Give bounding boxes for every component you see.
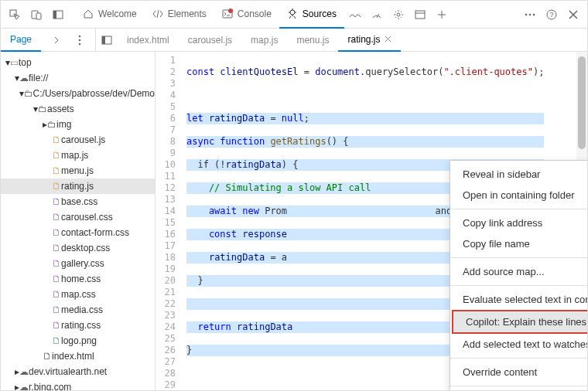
cloud-icon: ☁ bbox=[19, 382, 29, 390]
kebab-icon[interactable] bbox=[69, 29, 91, 51]
js-file-icon: 🗋 bbox=[52, 165, 61, 176]
css-file-icon: 🗋 bbox=[52, 212, 61, 223]
close-tab-icon[interactable] bbox=[385, 36, 391, 42]
ctx-copilot-explain[interactable]: Copilot: Explain these lines of code bbox=[453, 311, 587, 332]
tab-elements[interactable]: Elements bbox=[145, 1, 214, 29]
tree-file-css[interactable]: 🗋 desktop.css bbox=[1, 240, 155, 256]
more-pane-icon[interactable] bbox=[46, 29, 67, 51]
inspect-icon[interactable] bbox=[4, 4, 26, 26]
svg-rect-9 bbox=[415, 11, 425, 19]
tree-img-folder[interactable]: ▸ 🗀 img bbox=[1, 117, 155, 132]
close-icon[interactable] bbox=[562, 4, 584, 26]
css-file-icon: 🗋 bbox=[52, 243, 61, 253]
js-file-icon: 🗋 bbox=[52, 134, 61, 145]
folder-icon: 🗀 bbox=[24, 88, 33, 99]
file-tab-index[interactable]: index.html bbox=[118, 29, 179, 52]
js-file-icon: 🗋 bbox=[52, 150, 61, 161]
svg-rect-0 bbox=[10, 10, 16, 16]
tree-domain[interactable]: ▸ ☁ r.bing.com bbox=[1, 379, 155, 390]
tree-assets-folder[interactable]: ▾ 🗀 assets bbox=[1, 101, 155, 117]
svg-point-18 bbox=[79, 42, 81, 45]
svg-rect-20 bbox=[102, 36, 105, 44]
svg-point-17 bbox=[79, 39, 81, 41]
css-file-icon: 🗋 bbox=[52, 289, 61, 300]
tree-file-css[interactable]: 🗋 base.css bbox=[1, 194, 155, 209]
file-nav-icon[interactable] bbox=[96, 29, 118, 51]
css-file-icon: 🗋 bbox=[52, 196, 61, 207]
cloud-icon: ☁ bbox=[19, 366, 29, 377]
ctx-evaluate-console[interactable]: Evaluate selected text in console bbox=[450, 289, 587, 310]
tree-file-png[interactable]: 🗋 logo.png bbox=[1, 333, 155, 348]
sub-toolbar: Page index.html carousel.js map.js menu.… bbox=[1, 29, 587, 52]
tab-sources[interactable]: Sources bbox=[279, 1, 344, 29]
tree-demo-folder[interactable]: ▾ 🗀 C:/Users/pabrosse/dev/Demo bbox=[1, 86, 155, 101]
line-gutter: 1234567891011121314151617181920212223242… bbox=[156, 52, 182, 390]
svg-point-16 bbox=[79, 35, 81, 37]
ctx-add-source-map[interactable]: Add source map... bbox=[450, 261, 587, 282]
device-icon[interactable] bbox=[26, 4, 47, 26]
more-icon[interactable] bbox=[519, 4, 541, 26]
add-tab-icon[interactable] bbox=[431, 4, 453, 26]
network-icon[interactable] bbox=[344, 4, 366, 26]
tree-domain[interactable]: ▸ ☁ dev.virtualearth.net bbox=[1, 364, 155, 379]
context-menu: Reveal in sidebar Open in containing fol… bbox=[450, 160, 587, 390]
top-toolbar: Welcome Elements Console Sources ? bbox=[1, 1, 587, 29]
file-tab-carousel[interactable]: carousel.js bbox=[179, 29, 241, 52]
tree-file-css[interactable]: 🗋 media.css bbox=[1, 302, 155, 318]
html-file-icon: 🗋 bbox=[43, 351, 52, 362]
js-file-icon: 🗋 bbox=[52, 181, 61, 192]
tab-welcome[interactable]: Welcome bbox=[75, 1, 145, 29]
cloud-icon: ☁ bbox=[19, 73, 29, 83]
svg-point-6 bbox=[228, 8, 233, 13]
svg-text:?: ? bbox=[549, 11, 553, 19]
css-file-icon: 🗋 bbox=[52, 227, 61, 238]
file-tab-rating[interactable]: rating.js bbox=[338, 29, 400, 52]
file-tab-map[interactable]: map.js bbox=[241, 29, 287, 52]
tree-file-css[interactable]: 🗋 map.css bbox=[1, 287, 155, 302]
file-tab-menu[interactable]: menu.js bbox=[287, 29, 338, 52]
svg-point-8 bbox=[397, 13, 400, 16]
ctx-copy-link[interactable]: Copy link address bbox=[450, 212, 587, 233]
tree-file-rating-js[interactable]: 🗋 rating.js bbox=[1, 178, 155, 194]
performance-icon[interactable] bbox=[366, 4, 388, 26]
svg-point-7 bbox=[290, 10, 295, 15]
folder-icon: 🗀 bbox=[38, 104, 47, 114]
tree-file-js[interactable]: 🗋 menu.js bbox=[1, 163, 155, 178]
settings-icon[interactable] bbox=[388, 4, 409, 26]
tab-console[interactable]: Console bbox=[214, 1, 279, 29]
ctx-open-folder[interactable]: Open in containing folder bbox=[450, 185, 587, 206]
tree-file-js[interactable]: 🗋 carousel.js bbox=[1, 132, 155, 148]
tree-file-css[interactable]: 🗋 rating.css bbox=[1, 318, 155, 333]
ctx-add-watches[interactable]: Add selected text to watches bbox=[450, 334, 587, 355]
css-file-icon: 🗋 bbox=[52, 320, 61, 331]
tree-file-css[interactable]: 🗋 carousel.css bbox=[1, 209, 155, 225]
ctx-override-content[interactable]: Override content bbox=[450, 362, 587, 382]
css-file-icon: 🗋 bbox=[52, 304, 61, 315]
svg-point-11 bbox=[525, 13, 528, 15]
scroll-thumb[interactable] bbox=[578, 56, 586, 149]
ctx-copy-filename[interactable]: Copy file name bbox=[450, 233, 587, 254]
app-icon[interactable] bbox=[409, 4, 431, 26]
tree-file-css[interactable]: 🗋 contact-form.css bbox=[1, 225, 155, 240]
svg-rect-4 bbox=[53, 11, 56, 19]
svg-rect-2 bbox=[36, 13, 41, 19]
file-tree: ▾ ▭ top ▾ ☁ file:// ▾ 🗀 C:/Users/pabross… bbox=[1, 52, 156, 390]
tree-file-html[interactable]: 🗋 index.html bbox=[1, 348, 155, 364]
code-editor[interactable]: 1234567891011121314151617181920212223242… bbox=[156, 52, 587, 390]
css-file-icon: 🗋 bbox=[52, 258, 61, 269]
tree-file-css[interactable]: 🗋 gallery.css bbox=[1, 256, 155, 271]
help-icon[interactable]: ? bbox=[541, 4, 562, 26]
css-file-icon: 🗋 bbox=[52, 274, 61, 284]
tree-file-scheme[interactable]: ▾ ☁ file:// bbox=[1, 70, 155, 86]
svg-point-12 bbox=[529, 13, 532, 15]
folder-icon: 🗀 bbox=[47, 119, 56, 130]
tree-file-css[interactable]: 🗋 home.css bbox=[1, 271, 155, 287]
dock-icon[interactable] bbox=[47, 4, 69, 26]
svg-point-13 bbox=[533, 13, 535, 15]
tree-file-js[interactable]: 🗋 map.js bbox=[1, 148, 155, 163]
image-file-icon: 🗋 bbox=[52, 335, 61, 346]
ctx-save-as[interactable]: Save as... bbox=[450, 389, 587, 390]
page-pane-tab[interactable]: Page bbox=[1, 29, 41, 52]
ctx-reveal-sidebar[interactable]: Reveal in sidebar bbox=[450, 164, 587, 185]
tree-top[interactable]: ▾ ▭ top bbox=[1, 55, 155, 70]
